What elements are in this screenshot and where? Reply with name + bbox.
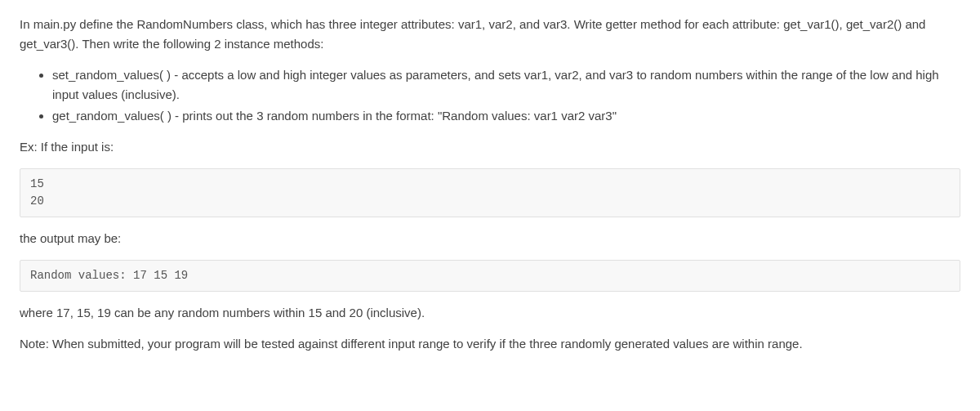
methods-list: set_random_values( ) - accepts a low and… — [20, 65, 960, 126]
list-item: get_random_values( ) - prints out the 3 … — [52, 106, 960, 126]
list-item: set_random_values( ) - accepts a low and… — [52, 65, 960, 105]
explanation-paragraph: where 17, 15, 19 can be any random numbe… — [20, 303, 960, 323]
input-code-block: 15 20 — [20, 168, 960, 217]
example-input-label: Ex: If the input is: — [20, 137, 960, 157]
note-paragraph: Note: When submitted, your program will … — [20, 334, 960, 354]
intro-paragraph: In main.py define the RandomNumbers clas… — [20, 15, 960, 54]
output-code-block: Random values: 17 15 19 — [20, 260, 960, 292]
example-output-label: the output may be: — [20, 229, 960, 248]
